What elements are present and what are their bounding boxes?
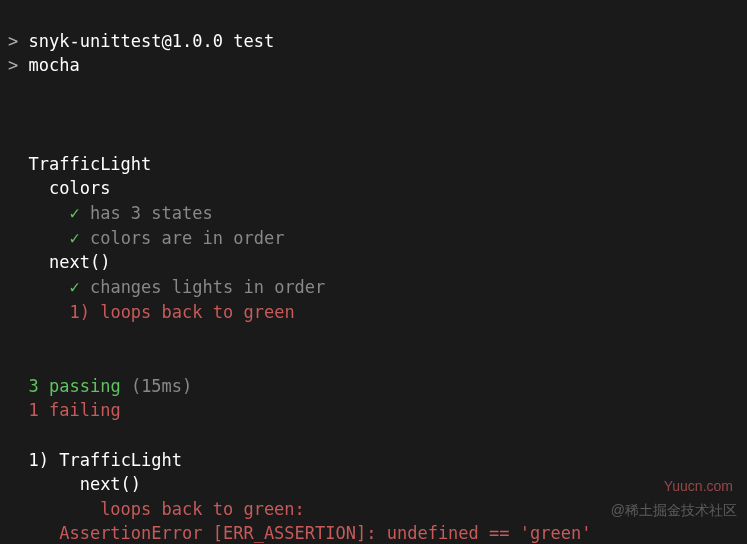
test-label: loops back to green [100,302,294,322]
group-name: colors [49,178,110,198]
terminal-output: > snyk-unittest@1.0.0 test > mocha Traff… [0,0,747,544]
failure-test: loops back to green: [100,499,305,519]
command-line-1: snyk-unittest@1.0.0 test [29,31,275,51]
prompt-symbol: > [8,31,18,51]
prompt-symbol: > [8,55,18,75]
fail-index: 1) [69,302,89,322]
failure-group: next() [80,474,141,494]
checkmark-icon: ✓ [69,228,79,248]
failing-label: failing [49,400,121,420]
command-line-2: mocha [29,55,80,75]
test-label: changes lights in order [90,277,325,297]
watermark: @稀土掘金技术社区 [611,500,737,520]
checkmark-icon: ✓ [69,277,79,297]
failing-count: 1 [28,400,38,420]
group-name: next() [49,252,110,272]
checkmark-icon: ✓ [69,203,79,223]
passing-count: 3 [28,376,38,396]
passing-label: passing [49,376,121,396]
failure-index: 1) [28,450,48,470]
suite-name: TrafficLight [28,154,151,174]
test-label: colors are in order [90,228,284,248]
timing-label: (15ms) [131,376,192,396]
test-label: has 3 states [90,203,213,223]
watermark: Yuucn.com [664,476,733,496]
error-message: AssertionError [ERR_ASSERTION]: undefine… [59,523,591,543]
failure-suite: TrafficLight [59,450,182,470]
